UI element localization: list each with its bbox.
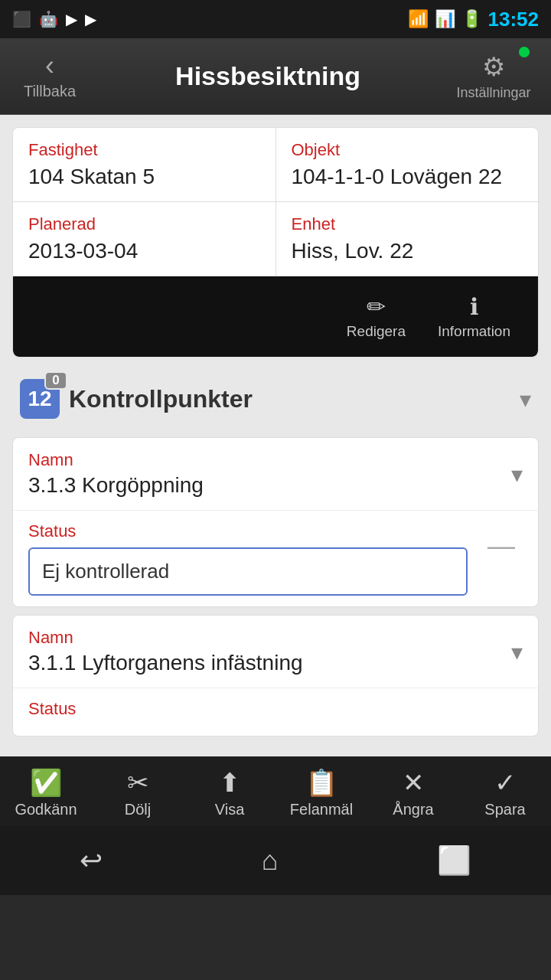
godkann-button[interactable]: ✅ Godkänn [8, 767, 84, 818]
namn-label-2: Namn [28, 628, 511, 648]
enhet-cell: Enhet Hiss, Lov. 22 [276, 202, 539, 276]
planerad-label: Planerad [28, 214, 260, 234]
enhet-value: Hiss, Lov. 22 [292, 239, 523, 263]
expand-icon[interactable]: ▾ [520, 386, 531, 413]
godkann-label: Godkänn [15, 801, 77, 818]
status-container-1: Status [28, 521, 468, 596]
info-card: Fastighet 104 Skatan 5 Objekt 104-1-1-0 … [12, 127, 539, 358]
fastighet-cell: Fastighet 104 Skatan 5 [13, 128, 276, 201]
control-card-2-name-section: Namn 3.1.1 Lyftorganens infästning [28, 628, 511, 675]
control-card-1: Namn 3.1.3 Korgöppning ▾ Status — [12, 437, 539, 607]
enhet-label: Enhet [292, 214, 523, 234]
android-icon: 🤖 [39, 10, 58, 28]
felanmal-button[interactable]: 📋 Felanmäl [283, 767, 360, 818]
namn-label-1: Namn [28, 450, 511, 470]
wifi-icon: 📶 [408, 9, 429, 29]
angra-button[interactable]: ✕ Ångra [375, 767, 452, 818]
visa-icon: ⬆ [219, 767, 240, 798]
angra-label: Ångra [393, 801, 433, 818]
badge-count: 0 [44, 371, 67, 390]
dolj-label: Dölj [125, 801, 151, 818]
objekt-value: 104-1-1-0 Lovägen 22 [292, 165, 523, 189]
visa-button[interactable]: ⬆ Visa [191, 767, 268, 818]
information-label: Information [438, 323, 510, 340]
play-icon2: ▶ [85, 10, 96, 28]
clock: 13:52 [488, 8, 540, 31]
edit-icon: ✏ [367, 293, 386, 320]
section-header: 12 0 Kontrollpunkter ▾ [12, 370, 539, 428]
information-button[interactable]: ℹ Information [425, 287, 523, 346]
control-card-1-header[interactable]: Namn 3.1.3 Korgöppning ▾ [13, 438, 538, 511]
back-button[interactable]: ‹ Tillbaka [15, 52, 84, 100]
dolj-button[interactable]: ✂ Dölj [99, 767, 176, 818]
objekt-label: Objekt [292, 140, 523, 160]
back-system-button[interactable]: ↩ [57, 837, 126, 884]
control-card-2-header[interactable]: Namn 3.1.1 Lyftorganens infästning ▾ [13, 616, 538, 688]
fastighet-label: Fastighet [28, 140, 260, 160]
home-system-button[interactable]: ⌂ [239, 837, 302, 884]
minus-button-1[interactable]: — [480, 521, 523, 570]
dolj-icon: ✂ [127, 767, 148, 798]
main-content: Fastighet 104 Skatan 5 Objekt 104-1-1-0 … [0, 115, 551, 756]
image-icon: ⬛ [12, 10, 31, 28]
fastighet-value: 104 Skatan 5 [28, 165, 260, 189]
status-bar: ⬛ 🤖 ▶ ▶ 📶 📊 🔋 13:52 [0, 0, 551, 38]
section-title: Kontrollpunkter [69, 385, 520, 413]
status-container-2: Status [28, 699, 523, 725]
control-card-1-name-section: Namn 3.1.3 Korgöppning [28, 450, 511, 498]
battery-icon: 🔋 [461, 9, 482, 29]
gear-icon: ⚙ [482, 51, 505, 82]
status-input-1[interactable] [28, 547, 468, 596]
settings-button[interactable]: ⚙ Inställningar [452, 51, 536, 101]
control-card-1-body: Status — [13, 511, 538, 606]
page-title: Hissbesiktning [84, 61, 452, 91]
recents-system-button[interactable]: ⬜ [414, 837, 494, 884]
redigera-label: Redigera [347, 323, 406, 340]
objekt-cell: Objekt 104-1-1-0 Lovägen 22 [276, 128, 539, 201]
godkann-icon: ✅ [30, 767, 62, 798]
angra-icon: ✕ [403, 767, 424, 798]
control-card-2-body: Status [13, 688, 538, 736]
bottom-toolbar: ✅ Godkänn ✂ Dölj ⬆ Visa 📋 Felanmäl ✕ Ång… [0, 756, 551, 826]
status-bar-right: 📶 📊 🔋 13:52 [408, 8, 540, 31]
namn-value-2: 3.1.1 Lyftorganens infästning [28, 651, 303, 675]
system-nav: ↩ ⌂ ⬜ [0, 826, 551, 895]
spara-label: Spara [484, 801, 525, 818]
planerad-cell: Planerad 2013-03-04 [13, 202, 276, 276]
info-row-2: Planerad 2013-03-04 Enhet Hiss, Lov. 22 [13, 202, 538, 276]
spara-icon: ✓ [494, 767, 516, 798]
chevron-down-icon-2: ▾ [511, 639, 523, 665]
play-icon: ▶ [66, 10, 77, 28]
action-bar: ✏ Redigera ℹ Information [13, 276, 538, 357]
top-nav: ‹ Tillbaka Hissbesiktning ⚙ Inställninga… [0, 38, 551, 115]
signal-icon: 📊 [435, 9, 455, 29]
status-label-1: Status [28, 521, 468, 541]
back-arrow-icon: ‹ [45, 52, 54, 80]
status-bar-left: ⬛ 🤖 ▶ ▶ [12, 10, 96, 28]
felanmal-label: Felanmäl [290, 801, 353, 818]
info-icon: ℹ [470, 293, 478, 320]
redigera-button[interactable]: ✏ Redigera [334, 287, 418, 346]
chevron-down-icon-1: ▾ [511, 461, 523, 488]
planerad-value: 2013-03-04 [28, 239, 260, 263]
spara-button[interactable]: ✓ Spara [467, 767, 543, 818]
settings-label: Inställningar [456, 85, 530, 101]
settings-dot [519, 47, 530, 57]
visa-label: Visa [215, 801, 245, 818]
control-card-2: Namn 3.1.1 Lyftorganens infästning ▾ Sta… [12, 615, 539, 737]
badge-container: 12 0 [20, 379, 60, 419]
back-label: Tillbaka [24, 83, 76, 100]
felanmal-icon: 📋 [305, 767, 337, 798]
info-row-1: Fastighet 104 Skatan 5 Objekt 104-1-1-0 … [13, 128, 538, 202]
namn-value-1: 3.1.3 Korgöppning [28, 473, 204, 497]
status-label-2: Status [28, 699, 523, 719]
